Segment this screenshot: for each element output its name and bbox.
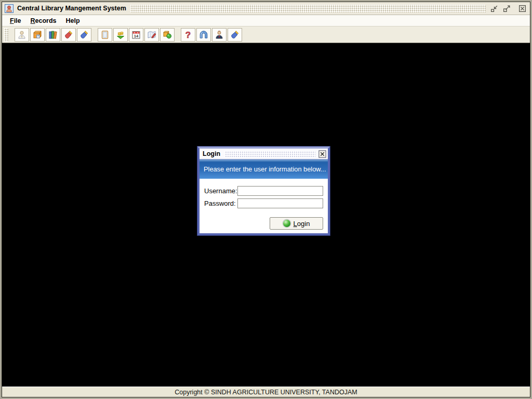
blue-brush-icon [79, 30, 89, 40]
map-pen-icon [147, 30, 157, 40]
login-dialog-title: Login [203, 150, 220, 157]
toolbar-group-transactions: 14 [98, 28, 175, 42]
toolbar-button-help[interactable]: ? [181, 28, 195, 42]
member-icon [17, 30, 27, 40]
toolbar-button-books[interactable] [46, 28, 60, 42]
toolbar-button-clean[interactable] [77, 28, 91, 42]
desktop-pane: Login Please enter the user information … [2, 43, 530, 387]
login-dialog-footer: Login [204, 217, 323, 230]
menu-bar: File Records Help [2, 15, 530, 26]
copyright-text: Copyright © SINDH AGRICULTURE UNIVERSITY… [175, 389, 357, 396]
app-window: Central Library Mangement System [0, 0, 532, 399]
username-label: Username: [204, 187, 237, 195]
login-button[interactable]: Login [270, 217, 323, 230]
password-label: Password: [204, 200, 237, 207]
login-dialog-message: Please enter the user information below.… [204, 165, 326, 173]
close-button[interactable] [518, 4, 527, 13]
toolbar-button-member[interactable] [15, 28, 29, 42]
cube-sphere-icon [162, 30, 172, 40]
login-dialog-banner: Please enter the user information below.… [200, 159, 328, 179]
username-row: Username: [204, 185, 323, 196]
login-dialog-close-button[interactable] [318, 150, 326, 158]
login-button-label: Login [294, 220, 310, 228]
green-orb-icon [283, 220, 290, 227]
login-dialog: Login Please enter the user information … [197, 147, 330, 235]
clean-brush-icon [230, 30, 240, 40]
menu-records[interactable]: Records [26, 16, 61, 25]
arch-icon [198, 30, 209, 40]
toolbar-button-clear[interactable] [228, 28, 242, 42]
svg-text:14: 14 [134, 33, 139, 38]
calendar-icon: 14 [131, 30, 141, 40]
toolbar-button-admin[interactable] [212, 28, 227, 42]
admin-user-icon [214, 30, 224, 40]
window-title: Central Library Mangement System [17, 5, 126, 12]
maximize-icon [502, 4, 511, 13]
toolbar-button-reports[interactable] [196, 28, 211, 42]
minimize-button[interactable] [490, 4, 499, 13]
toolbar-button-remove[interactable] [61, 28, 76, 42]
toolbar-group-records [15, 28, 91, 42]
help-icon: ? [183, 30, 193, 40]
toolbar-button-calendar[interactable]: 14 [129, 28, 143, 42]
coins-return-icon [115, 30, 126, 40]
package-save-icon [32, 30, 43, 40]
user-avatar-icon [5, 4, 14, 13]
menu-file[interactable]: File [5, 16, 26, 25]
toolbar-button-issue[interactable] [144, 28, 159, 42]
close-icon [518, 4, 527, 13]
toolbar-button-return[interactable] [113, 28, 128, 42]
toolbar-group-misc: ? [181, 28, 242, 42]
password-row: Password: [204, 198, 323, 209]
toolbar-button-notepad[interactable] [98, 28, 112, 42]
minimize-icon [490, 4, 499, 13]
notepad-icon [100, 30, 110, 40]
login-dialog-body: Username: Password: Login [200, 179, 328, 233]
status-bar: Copyright © SINDH AGRICULTURE UNIVERSITY… [2, 387, 530, 397]
menu-help[interactable]: Help [61, 16, 85, 25]
title-bar: Central Library Mangement System [2, 2, 530, 15]
maximize-button[interactable] [502, 4, 511, 13]
books-icon [48, 30, 58, 40]
login-dialog-texture [224, 151, 315, 157]
svg-text:?: ? [185, 30, 191, 39]
toolbar-button-package[interactable] [30, 28, 45, 42]
titlebar-texture [130, 5, 486, 12]
toolbar: 14 [2, 26, 530, 43]
login-dialog-titlebar[interactable]: Login [200, 149, 328, 159]
window-controls [490, 4, 527, 13]
app-frame: Central Library Mangement System [2, 2, 530, 397]
red-brush-icon [63, 30, 74, 40]
toolbar-button-stock[interactable] [160, 28, 175, 42]
password-input[interactable] [237, 198, 323, 208]
toolbar-grip[interactable] [4, 28, 8, 42]
username-input[interactable] [237, 186, 323, 196]
